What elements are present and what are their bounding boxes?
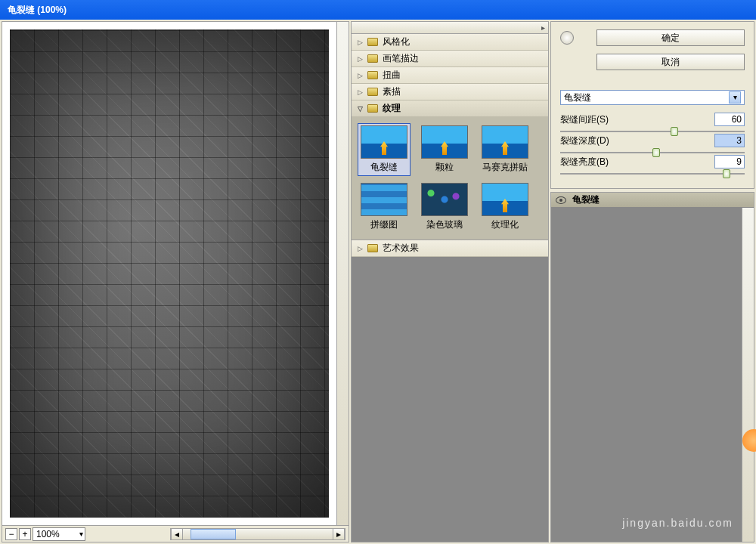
folder-icon bbox=[367, 54, 378, 63]
param-input[interactable]: 3 bbox=[714, 134, 745, 147]
thumb-image bbox=[421, 183, 468, 216]
category-row-3[interactable]: ▷素描 bbox=[352, 84, 548, 100]
category-row-4[interactable]: ▽纹理 bbox=[352, 100, 548, 117]
category-tree: ▷风格化▷画笔描边▷扭曲▷素描▽纹理龟裂缝颗粒马赛克拼贴拼缀图染色玻璃纹理化▷艺… bbox=[352, 34, 548, 257]
thumb-label: 马赛克拼贴 bbox=[482, 161, 528, 174]
filter-thumb-2[interactable]: 马赛克拼贴 bbox=[479, 123, 531, 176]
folder-icon bbox=[367, 104, 378, 113]
zoom-out-button[interactable]: − bbox=[5, 528, 17, 540]
thumb-label: 染色玻璃 bbox=[426, 218, 463, 231]
toggle-preview-icon[interactable] bbox=[560, 31, 574, 45]
layers-panel: 龟裂缝 bbox=[550, 192, 754, 542]
category-label: 扭曲 bbox=[383, 69, 401, 82]
thumb-image bbox=[421, 125, 468, 159]
slider-thumb[interactable] bbox=[652, 148, 660, 157]
layers-body[interactable] bbox=[551, 208, 742, 542]
param-slider[interactable] bbox=[560, 150, 745, 155]
filter-select-value: 龟裂缝 bbox=[564, 91, 591, 104]
thumb-image bbox=[361, 125, 407, 159]
triangle-right-icon: ▷ bbox=[358, 72, 363, 79]
slider-thumb[interactable] bbox=[671, 127, 678, 136]
category-row-5[interactable]: ▷艺术效果 bbox=[352, 240, 548, 257]
thumb-label: 龟裂缝 bbox=[370, 161, 398, 174]
settings-top: 确定 取消 龟裂缝 ▾ 裂缝间距(S)60裂缝深度(D)3裂缝亮度(B)9 bbox=[550, 21, 754, 189]
scroll-right-icon[interactable]: ▸ bbox=[333, 529, 345, 539]
preview-horizontal-scrollbar[interactable]: ◂ ▸ bbox=[170, 528, 345, 540]
filter-thumb-0[interactable]: 龟裂缝 bbox=[358, 123, 411, 176]
ok-label: 确定 bbox=[662, 32, 680, 43]
preview-scroll bbox=[2, 22, 349, 525]
window-titlebar: 龟裂缝 (100%) bbox=[0, 0, 756, 20]
slider-thumb[interactable] bbox=[723, 169, 730, 178]
category-label: 纹理 bbox=[383, 102, 401, 115]
category-row-0[interactable]: ▷风格化 bbox=[352, 34, 548, 51]
triangle-right-icon: ▷ bbox=[358, 88, 363, 96]
category-empty-area bbox=[352, 257, 548, 542]
category-pane: ▸ ▷风格化▷画笔描边▷扭曲▷素描▽纹理龟裂缝颗粒马赛克拼贴拼缀图染色玻璃纹理化… bbox=[351, 21, 549, 542]
thumbnail-grid: 龟裂缝颗粒马赛克拼贴拼缀图染色玻璃纹理化 bbox=[352, 117, 548, 240]
preview-pane: − + 100% ◂ ▸ bbox=[2, 21, 349, 542]
triangle-right-icon: ▷ bbox=[358, 55, 363, 63]
layer-name: 龟裂缝 bbox=[572, 193, 600, 206]
ok-button[interactable]: 确定 bbox=[596, 29, 745, 46]
zoom-select[interactable]: 100% bbox=[33, 527, 85, 541]
button-row: 确定 bbox=[560, 29, 745, 46]
layers-header: 龟裂缝 bbox=[551, 193, 754, 208]
workspace: − + 100% ◂ ▸ ▸ ▷风格化▷画笔描边▷扭曲▷素描▽纹理龟裂缝颗粒马赛… bbox=[0, 20, 756, 544]
category-row-2[interactable]: ▷扭曲 bbox=[352, 67, 548, 84]
thumb-image bbox=[361, 183, 407, 216]
category-header: ▸ bbox=[352, 22, 548, 34]
chevron-down-icon[interactable]: ▾ bbox=[729, 91, 741, 104]
triangle-right-icon: ▷ bbox=[358, 245, 363, 252]
category-label: 风格化 bbox=[383, 36, 410, 48]
thumb-label: 拼缀图 bbox=[370, 218, 398, 231]
cancel-label: 取消 bbox=[662, 57, 680, 67]
category-label: 素描 bbox=[383, 85, 401, 98]
param-label: 裂缝亮度(B) bbox=[560, 156, 609, 168]
param-1: 裂缝深度(D)3 bbox=[560, 134, 745, 155]
folder-icon bbox=[367, 88, 378, 96]
window-title: 龟裂缝 (100%) bbox=[8, 5, 67, 15]
folder-icon bbox=[367, 38, 378, 46]
filter-thumb-3[interactable]: 拼缀图 bbox=[358, 181, 411, 233]
folder-icon bbox=[367, 244, 378, 252]
triangle-down-icon: ▽ bbox=[358, 105, 363, 113]
thumb-image bbox=[482, 125, 528, 159]
category-label: 画笔描边 bbox=[383, 52, 419, 65]
filter-thumb-1[interactable]: 颗粒 bbox=[418, 123, 471, 176]
param-2: 裂缝亮度(B)9 bbox=[560, 155, 745, 176]
category-label: 艺术效果 bbox=[383, 242, 419, 255]
param-label: 裂缝深度(D) bbox=[560, 134, 609, 147]
scroll-left-icon[interactable]: ◂ bbox=[171, 529, 183, 539]
layers-vertical-scrollbar[interactable] bbox=[742, 208, 754, 542]
param-input[interactable]: 9 bbox=[714, 155, 745, 168]
thumb-label: 纹理化 bbox=[491, 218, 519, 231]
panel-menu-icon[interactable]: ▸ bbox=[541, 23, 545, 32]
preview-footer: − + 100% ◂ ▸ bbox=[2, 525, 349, 542]
preview-vertical-scrollbar[interactable] bbox=[336, 22, 349, 525]
param-label: 裂缝间距(S) bbox=[560, 113, 609, 126]
triangle-right-icon: ▷ bbox=[358, 39, 363, 46]
preview-canvas[interactable] bbox=[10, 29, 329, 518]
folder-icon bbox=[367, 71, 378, 79]
thumb-image bbox=[482, 183, 528, 216]
scroll-thumb[interactable] bbox=[191, 529, 236, 539]
param-input[interactable]: 60 bbox=[714, 113, 745, 126]
thumb-label: 颗粒 bbox=[435, 161, 454, 174]
filter-thumb-4[interactable]: 染色玻璃 bbox=[418, 181, 471, 233]
visibility-eye-icon[interactable] bbox=[556, 196, 566, 204]
zoom-value: 100% bbox=[36, 529, 60, 539]
filter-select[interactable]: 龟裂缝 ▾ bbox=[560, 90, 745, 105]
param-slider[interactable] bbox=[560, 129, 745, 134]
settings-pane: 确定 取消 龟裂缝 ▾ 裂缝间距(S)60裂缝深度(D)3裂缝亮度(B)9 龟裂… bbox=[550, 21, 754, 542]
param-0: 裂缝间距(S)60 bbox=[560, 113, 745, 134]
zoom-in-button[interactable]: + bbox=[19, 528, 31, 540]
filter-thumb-5[interactable]: 纹理化 bbox=[479, 181, 531, 233]
cancel-button[interactable]: 取消 bbox=[596, 54, 745, 70]
param-slider[interactable] bbox=[560, 172, 745, 176]
cancel-row: 取消 bbox=[560, 54, 745, 70]
category-row-1[interactable]: ▷画笔描边 bbox=[352, 51, 548, 67]
